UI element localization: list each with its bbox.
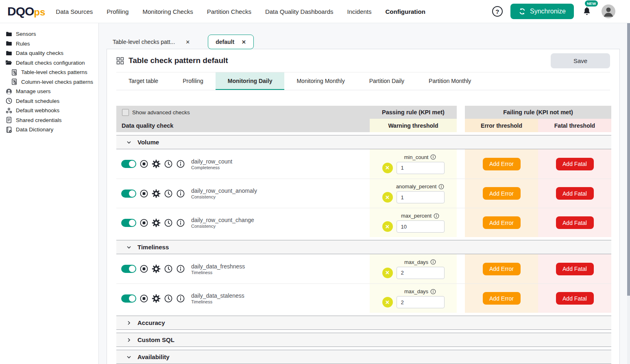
app-logo[interactable]: DQO ps <box>7 4 45 18</box>
remove-warning-button[interactable]: ✕ <box>382 163 393 173</box>
param-value-input[interactable] <box>397 267 445 279</box>
open-tab-table-level-checks-patt[interactable]: Table-level checks patt... ✕ <box>105 35 197 49</box>
scrollbar-thumb[interactable] <box>627 23 630 296</box>
param-value-input[interactable] <box>397 162 445 174</box>
tab-partition-daily[interactable]: Partition Daily <box>357 72 416 90</box>
sidebar-item-manage-users[interactable]: Manage users <box>0 87 98 96</box>
tab-partition-monthly[interactable]: Partition Monthly <box>416 72 483 90</box>
check-enabled-toggle[interactable] <box>121 190 136 198</box>
help-icon[interactable]: ? <box>492 6 503 17</box>
add-fatal-button[interactable]: Add Fatal <box>556 216 594 229</box>
section-header-custom-sql[interactable]: Custom SQL <box>116 333 611 347</box>
remove-warning-button[interactable]: ✕ <box>382 268 393 278</box>
check-enabled-toggle[interactable] <box>121 160 136 168</box>
add-error-button[interactable]: Add Error <box>483 216 521 229</box>
sidebar-item-column-level-checks-patterns[interactable]: Column-level checks patterns <box>0 77 98 87</box>
sidebar-item-table-level-checks-patterns[interactable]: Table-level checks patterns <box>0 68 98 77</box>
open-tab-default[interactable]: default ✕ <box>208 35 254 49</box>
column-gap <box>457 284 465 313</box>
sidebar-item-shared-credentials[interactable]: Shared credentials <box>0 116 98 125</box>
add-error-button[interactable]: Add Error <box>483 187 521 200</box>
param-info-icon[interactable] <box>430 154 436 160</box>
remove-warning-button[interactable]: ✕ <box>382 192 393 203</box>
tab-target-table[interactable]: Target table <box>116 72 170 90</box>
check-cell: daily_data_freshness Timeliness <box>116 254 370 283</box>
info-icon[interactable] <box>176 264 185 273</box>
check-row-daily-data-staleness: daily_data_staleness Timeliness max_days… <box>116 283 611 313</box>
add-fatal-button[interactable]: Add Fatal <box>556 292 594 305</box>
add-fatal-button[interactable]: Add Fatal <box>556 187 594 200</box>
folder-open-icon <box>5 59 12 66</box>
nav-item-data-sources[interactable]: Data Sources <box>56 8 93 15</box>
settings-gear-icon[interactable] <box>152 264 161 273</box>
nav-item-partition-checks[interactable]: Partition Checks <box>207 8 251 15</box>
add-error-button[interactable]: Add Error <box>483 263 521 275</box>
sidebar-item-data-dictionary[interactable]: Data Dictionary <box>0 125 98 135</box>
run-check-icon[interactable] <box>140 218 148 227</box>
info-icon[interactable] <box>176 189 185 198</box>
schedule-clock-icon[interactable] <box>164 159 173 168</box>
nav-item-incidents[interactable]: Incidents <box>347 8 371 15</box>
check-enabled-toggle[interactable] <box>121 265 136 273</box>
schedule-clock-icon[interactable] <box>164 294 173 303</box>
nav-item-monitoring-checks[interactable]: Monitoring Checks <box>142 8 193 15</box>
info-icon[interactable] <box>176 294 185 303</box>
add-fatal-button[interactable]: Add Fatal <box>556 158 594 170</box>
sidebar-item-default-webhooks[interactable]: Default webhooks <box>0 106 98 116</box>
check-row-daily-data-freshness: daily_data_freshness Timeliness max_days… <box>116 254 611 283</box>
settings-gear-icon[interactable] <box>152 189 161 198</box>
sidebar-item-default-schedules[interactable]: Default schedules <box>0 96 98 106</box>
param-info-icon[interactable] <box>430 259 436 265</box>
sidebar-item-data-quality-checks[interactable]: Data quality checks <box>0 48 98 58</box>
param-info-icon[interactable] <box>434 213 439 219</box>
settings-gear-icon[interactable] <box>152 218 161 227</box>
pattern-card: Table check pattern default Save Target … <box>107 49 620 364</box>
info-icon[interactable] <box>176 159 185 168</box>
remove-warning-button[interactable]: ✕ <box>382 297 393 307</box>
section-header-volume[interactable]: Volume <box>116 135 611 149</box>
save-button[interactable]: Save <box>551 53 610 68</box>
tab-profiling[interactable]: Profiling <box>170 72 216 90</box>
synchronize-button[interactable]: Synchronize <box>510 4 574 19</box>
notifications-bell[interactable]: NEW <box>582 4 594 18</box>
check-enabled-toggle[interactable] <box>121 219 136 227</box>
tab-monitoring-daily[interactable]: Monitoring Daily <box>216 72 285 90</box>
nav-item-profiling[interactable]: Profiling <box>107 8 129 15</box>
settings-gear-icon[interactable] <box>152 159 161 168</box>
check-enabled-toggle[interactable] <box>121 294 136 303</box>
param-info-icon[interactable] <box>438 184 444 190</box>
param-info-icon[interactable] <box>430 289 436 294</box>
schedule-clock-icon[interactable] <box>164 218 173 227</box>
chevron-down-icon <box>126 355 131 360</box>
show-advanced-checkbox[interactable] <box>122 109 129 116</box>
schedule-clock-icon[interactable] <box>164 189 173 198</box>
tab-monitoring-monthly[interactable]: Monitoring Monthly <box>284 72 357 90</box>
top-navbar: DQO ps Data SourcesProfilingMonitoring C… <box>0 0 630 23</box>
avatar[interactable] <box>602 4 615 18</box>
run-check-icon[interactable] <box>140 294 148 303</box>
remove-warning-button[interactable]: ✕ <box>382 221 393 232</box>
section-header-timeliness[interactable]: Timeliness <box>116 240 611 254</box>
column-gap <box>457 254 465 283</box>
param-value-input[interactable] <box>397 191 445 203</box>
section-header-availability[interactable]: Availability <box>116 350 611 364</box>
schedule-clock-icon[interactable] <box>164 264 173 273</box>
sidebar-item-sensors[interactable]: Sensors <box>0 29 98 39</box>
close-icon[interactable]: ✕ <box>185 39 190 45</box>
run-check-icon[interactable] <box>140 159 148 168</box>
add-error-button[interactable]: Add Error <box>483 158 521 170</box>
nav-item-data-quality-dashboards[interactable]: Data Quality Dashboards <box>265 8 334 15</box>
sidebar-item-default-checks-configuration[interactable]: Default checks configuration <box>0 58 98 68</box>
info-icon[interactable] <box>176 218 185 227</box>
section-header-accuracy[interactable]: Accuracy <box>116 316 611 330</box>
param-value-input[interactable] <box>397 296 445 308</box>
settings-gear-icon[interactable] <box>152 294 161 303</box>
run-check-icon[interactable] <box>140 189 148 198</box>
param-value-input[interactable] <box>397 220 445 233</box>
add-error-button[interactable]: Add Error <box>483 292 521 305</box>
nav-item-configuration[interactable]: Configuration <box>386 8 425 15</box>
close-icon[interactable]: ✕ <box>242 39 246 45</box>
add-fatal-button[interactable]: Add Fatal <box>556 263 594 275</box>
sidebar-item-rules[interactable]: Rules <box>0 39 98 49</box>
run-check-icon[interactable] <box>140 264 148 273</box>
